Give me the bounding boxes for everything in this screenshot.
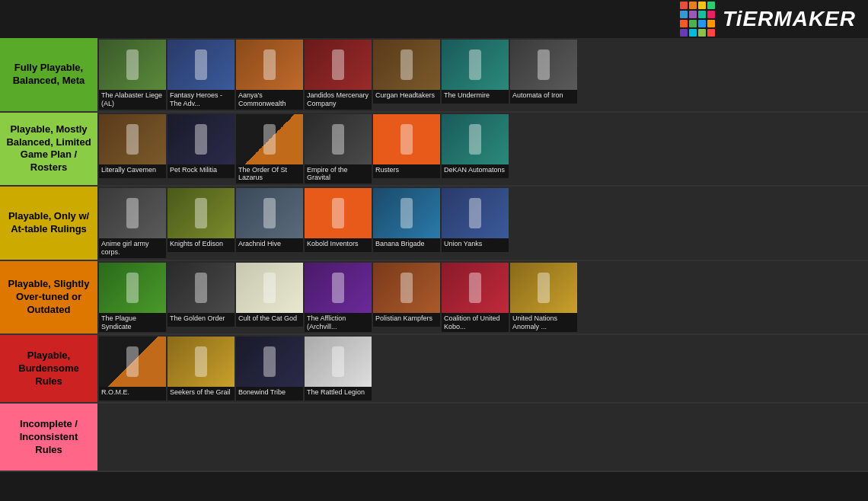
svg-rect-17	[400, 198, 413, 228]
card-tier-c-4[interactable]: Polistian Kampfers	[373, 263, 440, 327]
card-tier-c-3[interactable]: The Affliction (Archvill...	[305, 263, 372, 333]
card-label-tier-c-3: The Affliction (Archvill...	[305, 313, 372, 333]
card-tier-s-1[interactable]: Fantasy Heroes - The Adv...	[168, 40, 235, 110]
card-tier-s-2[interactable]: Aanya's Commonwealth	[236, 40, 303, 110]
card-tier-d-1[interactable]: Seekers of the Grail	[168, 337, 235, 400]
card-label-tier-a-5: DeKAN Automatons	[442, 164, 509, 178]
card-label-tier-a-3: Empire of the Gravital	[305, 164, 372, 184]
logo-icon-grid	[680, 2, 715, 37]
tier-label-tier-a: Playable, Mostly Balanced, Limited Game …	[0, 113, 97, 186]
card-tier-a-4[interactable]: Rusters	[373, 114, 440, 178]
tier-row-tier-d: Playable, Burdensome RulesR.O.M.E.Seeker…	[0, 335, 868, 404]
svg-rect-9	[263, 124, 276, 155]
card-tier-b-1[interactable]: Knights of Edison	[168, 188, 235, 252]
card-label-tier-d-1: Seekers of the Grail	[168, 387, 235, 400]
card-label-tier-a-1: Pet Rock Militia	[168, 164, 235, 178]
card-tier-s-5[interactable]: The Undermire	[442, 40, 509, 104]
card-label-tier-c-6: United Nations Anomaly ...	[510, 313, 577, 333]
card-tier-d-0[interactable]: R.O.M.E.	[99, 337, 166, 400]
card-label-tier-c-5: Coalition of United Kobo...	[442, 313, 509, 333]
card-image-tier-a-4	[373, 114, 440, 164]
card-label-tier-c-1: The Golden Order	[168, 313, 235, 327]
card-tier-c-1[interactable]: The Golden Order	[168, 263, 235, 327]
svg-rect-26	[126, 346, 139, 377]
card-label-tier-b-5: Union Yanks	[442, 238, 509, 252]
svg-rect-11	[400, 124, 413, 155]
card-tier-c-0[interactable]: The Plague Syndicate	[99, 263, 166, 333]
tier-label-tier-c: Playable, Slightly Over-tuned or Outdate…	[0, 261, 97, 334]
card-tier-s-3[interactable]: Jandidos Mercenary Company	[305, 40, 372, 110]
card-tier-s-6[interactable]: Automata of Iron	[510, 40, 577, 104]
tier-label-tier-f: Incomplete / Inconsistent Rules	[0, 404, 97, 471]
card-tier-a-0[interactable]: Literally Cavemen	[99, 114, 166, 178]
card-tier-a-2[interactable]: The Order Of St Lazarus	[236, 114, 303, 184]
card-tier-b-0[interactable]: Anime girl army corps.	[99, 188, 166, 258]
card-label-tier-s-0: The Alabaster Liege (AL)	[99, 90, 166, 110]
svg-rect-18	[469, 198, 481, 228]
tier-content-tier-d: R.O.M.E.Seekers of the GrailBonewind Tri…	[97, 335, 868, 402]
tier-row-tier-a: Playable, Mostly Balanced, Limited Game …	[0, 113, 868, 187]
svg-rect-1	[195, 49, 207, 80]
tier-row-tier-s: Fully Playable, Balanced, MetaThe Alabas…	[0, 38, 868, 113]
card-tier-c-2[interactable]: Cult of the Cat God	[236, 263, 303, 327]
card-tier-b-2[interactable]: Arachnid Hive	[236, 188, 303, 252]
card-tier-b-4[interactable]: Banana Brigade	[373, 188, 440, 252]
card-tier-d-3[interactable]: The Rattled Legion	[305, 337, 372, 400]
card-image-tier-b-1	[168, 188, 235, 238]
card-image-tier-a-0	[99, 114, 166, 164]
card-label-tier-d-3: The Rattled Legion	[305, 387, 372, 400]
card-image-tier-c-2	[236, 263, 303, 313]
svg-rect-20	[195, 273, 207, 303]
card-image-tier-d-3	[305, 337, 372, 387]
card-label-tier-c-2: Cult of the Cat God	[236, 313, 303, 327]
card-image-tier-c-0	[99, 263, 166, 313]
card-tier-b-5[interactable]: Union Yanks	[442, 188, 509, 252]
card-label-tier-a-4: Rusters	[373, 164, 440, 178]
card-tier-b-3[interactable]: Kobold Inventors	[305, 188, 372, 252]
logo-text: TiERMAKER	[723, 7, 856, 31]
card-image-tier-c-6	[510, 263, 577, 313]
svg-rect-5	[469, 49, 481, 80]
card-image-tier-s-3	[305, 40, 372, 90]
card-label-tier-a-2: The Order Of St Lazarus	[236, 164, 303, 184]
svg-rect-25	[538, 273, 550, 303]
svg-rect-29	[332, 346, 344, 377]
card-label-tier-d-2: Bonewind Tribe	[236, 387, 303, 400]
card-label-tier-d-0: R.O.M.E.	[99, 387, 166, 400]
card-tier-s-0[interactable]: The Alabaster Liege (AL)	[99, 40, 166, 110]
card-image-tier-b-2	[236, 188, 303, 238]
svg-rect-27	[195, 346, 207, 377]
tier-content-tier-c: The Plague SyndicateThe Golden OrderCult…	[97, 261, 868, 334]
card-image-tier-s-4	[373, 40, 440, 90]
card-tier-c-5[interactable]: Coalition of United Kobo...	[442, 263, 509, 333]
svg-rect-13	[126, 198, 139, 228]
svg-rect-4	[400, 49, 413, 80]
card-label-tier-b-2: Arachnid Hive	[236, 238, 303, 252]
card-image-tier-c-1	[168, 263, 235, 313]
card-tier-a-3[interactable]: Empire of the Gravital	[305, 114, 372, 184]
card-tier-c-6[interactable]: United Nations Anomaly ...	[510, 263, 577, 333]
tier-row-tier-b: Playable, Only w/ At-table RulingsAnime …	[0, 187, 868, 261]
svg-rect-2	[263, 49, 276, 80]
card-image-tier-b-4	[373, 188, 440, 238]
card-image-tier-b-0	[99, 188, 166, 238]
card-tier-a-5[interactable]: DeKAN Automatons	[442, 114, 509, 178]
card-image-tier-d-1	[168, 337, 235, 387]
card-label-tier-c-0: The Plague Syndicate	[99, 313, 166, 333]
card-image-tier-s-2	[236, 40, 303, 90]
svg-rect-0	[126, 49, 139, 80]
svg-rect-8	[195, 124, 207, 155]
header: TiERMAKER	[0, 0, 868, 38]
card-image-tier-c-3	[305, 263, 372, 313]
tier-label-tier-d: Playable, Burdensome Rules	[0, 335, 97, 402]
card-tier-d-2[interactable]: Bonewind Tribe	[236, 337, 303, 400]
card-image-tier-a-2	[236, 114, 303, 164]
tier-label-tier-b: Playable, Only w/ At-table Rulings	[0, 187, 97, 260]
tier-row-tier-f: Incomplete / Inconsistent Rules	[0, 404, 868, 472]
card-image-tier-c-5	[442, 263, 509, 313]
card-tier-s-4[interactable]: Curgan Headtakers	[373, 40, 440, 104]
card-label-tier-b-0: Anime girl army corps.	[99, 238, 166, 258]
card-image-tier-c-4	[373, 263, 440, 313]
card-image-tier-d-2	[236, 337, 303, 387]
card-tier-a-1[interactable]: Pet Rock Militia	[168, 114, 235, 178]
